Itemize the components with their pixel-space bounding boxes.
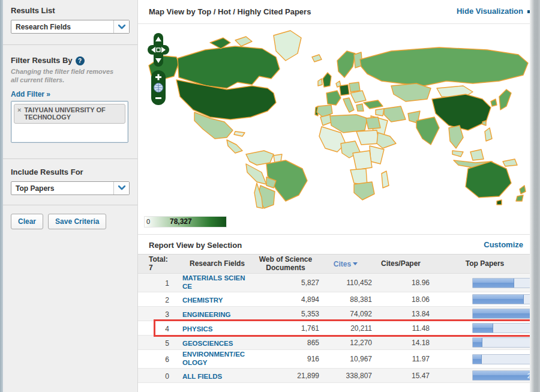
row-cites: 12,270 xyxy=(319,339,372,347)
row-cites-per-paper: 11.48 xyxy=(372,324,430,333)
filter-tag-label: TAIYUAN UNIVERSITY OF TECHNOLOGY xyxy=(24,106,122,121)
chevron-down-icon xyxy=(113,182,129,194)
col-header-top-papers[interactable]: Top Papers xyxy=(430,260,540,268)
research-field-link[interactable]: GEOSCIENCES xyxy=(182,340,246,348)
chevron-down-icon xyxy=(113,20,129,33)
results-list-section: Results List Research Fields xyxy=(0,0,137,41)
table-row: 3 ENGINEERING 5,353 74,092 13.84 63 xyxy=(138,307,540,321)
map-header: Map View by Top / Hot / Highly Cited Pap… xyxy=(138,0,540,24)
top-papers-bar-fill xyxy=(473,295,524,304)
add-filter-link[interactable]: Add Filter » xyxy=(11,90,50,98)
top-papers-bar-fill xyxy=(473,324,493,333)
results-list-heading: Results List xyxy=(11,6,130,15)
esi-screen: Results List Research Fields Filter Resu… xyxy=(0,0,540,392)
save-criteria-button[interactable]: Save Criteria xyxy=(48,214,106,229)
legend-min: 0 xyxy=(146,218,150,225)
row-wos-documents: 5,827 xyxy=(252,279,319,287)
customize-link[interactable]: Customize xyxy=(484,240,523,249)
row-cites: 74,092 xyxy=(319,310,372,318)
row-cites-per-paper: 11.97 xyxy=(372,355,430,363)
research-field-link[interactable]: MATERIALS SCIENCE xyxy=(182,274,246,291)
table-body: 1 MATERIALS SCIENCE 5,827 110,452 18.96 … xyxy=(138,274,540,383)
window-edge-strip[interactable] xyxy=(530,0,540,392)
results-list-dropdown[interactable]: Research Fields xyxy=(11,20,130,34)
map-view-title: Map View by Top / Hot / Highly Cited Pap… xyxy=(149,7,311,16)
world-map[interactable] xyxy=(139,26,535,213)
row-wos-documents: 1,761 xyxy=(252,324,319,333)
include-results-heading: Include Results For xyxy=(11,167,130,176)
row-rank: 0 xyxy=(149,372,169,381)
col-header-research-fields[interactable]: Research Fields xyxy=(174,260,252,268)
top-papers-bar-fill xyxy=(473,355,482,364)
col-header-cites-per-paper[interactable]: Cites/Paper xyxy=(372,260,430,268)
row-wos-documents: 21,899 xyxy=(252,372,319,380)
top-papers-bar-fill xyxy=(473,338,482,347)
row-wos-documents: 916 xyxy=(252,355,319,363)
table-row: 6 ENVIRONMENT/ECOLOGY 916 10,967 11.97 8 xyxy=(138,350,540,369)
row-cites: 110,452 xyxy=(319,279,372,287)
research-field-link[interactable]: ENGINEERING xyxy=(182,311,246,319)
filter-section: Filter Results By? Changing the filter f… xyxy=(0,45,137,150)
research-field-link[interactable]: ALL FIELDS xyxy=(182,373,246,381)
row-wos-documents: 4,894 xyxy=(252,295,319,304)
row-wos-documents: 5,353 xyxy=(252,310,319,318)
remove-filter-icon[interactable]: × xyxy=(17,106,21,114)
criteria-buttons: Clear Save Criteria xyxy=(0,205,137,229)
results-list-dropdown-value: Research Fields xyxy=(11,20,113,33)
row-cites-per-paper: 15.47 xyxy=(372,372,430,380)
row-cites: 10,967 xyxy=(319,355,372,363)
row-cites: 338,807 xyxy=(319,372,372,380)
table-header-row: Total: 7 Research Fields Web of Science … xyxy=(138,254,540,274)
research-field-link[interactable]: ENVIRONMENT/ECOLOGY xyxy=(182,351,246,367)
report-view-title: Report View by Selection xyxy=(149,241,242,250)
table-row: 0 ALL FIELDS 21,899 338,807 15.47 206 xyxy=(138,369,540,383)
map-zone: 0 78,327 xyxy=(138,25,540,234)
filter-heading: Filter Results By? xyxy=(11,56,130,65)
row-cites-per-paper: 14.18 xyxy=(372,339,430,347)
research-field-link[interactable]: CHEMISTRY xyxy=(182,297,246,305)
research-field-link[interactable]: PHYSICS xyxy=(182,325,246,334)
main-panel: Map View by Top / Hot / Highly Cited Pap… xyxy=(138,0,540,392)
include-results-dropdown-value: Top Papers xyxy=(11,182,113,194)
row-cites-per-paper: 13.84 xyxy=(372,310,430,318)
filter-note: Changing the filter field removes all cu… xyxy=(11,68,122,85)
row-cites: 88,381 xyxy=(319,295,372,304)
clear-button[interactable]: Clear xyxy=(11,214,43,229)
report-bar: Report View by Selection Customize xyxy=(138,234,540,254)
top-papers-bar-fill xyxy=(473,309,539,318)
report-table: Total: 7 Research Fields Web of Science … xyxy=(138,254,540,383)
total-header: Total: 7 xyxy=(138,256,174,271)
row-rank: 1 xyxy=(149,279,169,288)
include-results-section: Include Results For Top Papers xyxy=(0,159,137,202)
top-papers-bar-fill xyxy=(473,279,514,288)
pan-control xyxy=(148,33,169,67)
row-cites: 20,211 xyxy=(319,324,372,333)
row-rank: 2 xyxy=(149,296,169,304)
row-rank: 5 xyxy=(149,339,169,348)
map-legend: 0 78,327 xyxy=(144,216,227,228)
table-row: 4 PHYSICS 1,761 20,211 11.48 19 xyxy=(138,321,540,336)
include-results-dropdown[interactable]: Top Papers xyxy=(11,181,130,195)
map-controls xyxy=(146,32,170,107)
row-rank: 4 xyxy=(149,325,169,333)
table-row: 5 GEOSCIENCES 865 12,270 14.18 9 xyxy=(138,336,540,350)
table-row: 1 MATERIALS SCIENCE 5,827 110,452 18.96 … xyxy=(138,274,540,292)
col-header-wos-documents[interactable]: Web of Science Documents xyxy=(252,256,319,273)
sort-desc-icon xyxy=(353,262,358,265)
row-rank: 6 xyxy=(149,355,169,364)
row-rank: 3 xyxy=(149,310,169,319)
zoom-control xyxy=(151,70,166,105)
help-icon[interactable]: ? xyxy=(76,56,85,65)
filter-tag[interactable]: × TAIYUAN UNIVERSITY OF TECHNOLOGY xyxy=(14,104,125,124)
row-cites-per-paper: 18.06 xyxy=(372,295,430,304)
row-cites-per-paper: 18.96 xyxy=(372,279,430,287)
table-row: 2 CHEMISTRY 4,894 88,381 18.06 48 xyxy=(138,292,540,307)
row-wos-documents: 865 xyxy=(252,339,319,347)
legend-max: 78,327 xyxy=(170,217,192,226)
col-header-cites-sorted[interactable]: Cites xyxy=(319,260,372,268)
hide-visualization-link[interactable]: Hide Visualization xyxy=(457,7,523,16)
sidebar: Results List Research Fields Filter Resu… xyxy=(0,0,138,392)
active-filters-box: × TAIYUAN UNIVERSITY OF TECHNOLOGY xyxy=(11,101,128,143)
